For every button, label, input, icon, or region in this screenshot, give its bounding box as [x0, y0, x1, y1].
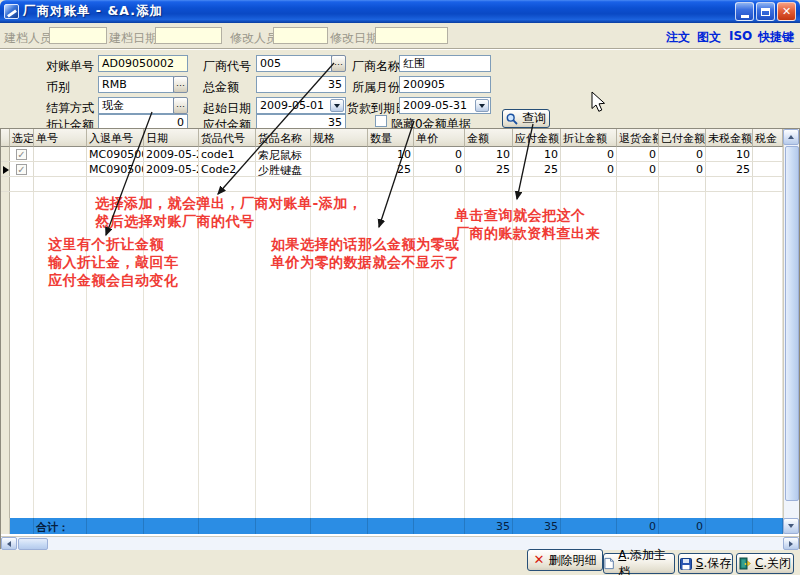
- totals-indicator-cell: [1, 518, 10, 534]
- vertical-scroll-thumb[interactable]: [785, 146, 799, 501]
- vendor-name-field[interactable]: 红围: [399, 55, 491, 72]
- grid-column-line: [198, 192, 199, 518]
- column-header-7[interactable]: 数量: [368, 129, 414, 147]
- annotation-line: 应付金额会自动变化: [48, 271, 179, 289]
- modified-by-field[interactable]: [273, 27, 328, 44]
- table-cell: [659, 177, 706, 191]
- totals-cell: [561, 518, 617, 534]
- currency-field[interactable]: RMB: [98, 76, 174, 93]
- created-date-field[interactable]: [155, 27, 222, 44]
- minimize-icon: [741, 15, 749, 18]
- link-iso[interactable]: ISO: [729, 29, 752, 43]
- horizontal-scroll-thumb[interactable]: [18, 538, 48, 550]
- scroll-down-button[interactable]: [783, 518, 799, 534]
- table-cell: [706, 177, 753, 191]
- table-cell: MC09050003: [87, 162, 144, 176]
- column-header-0[interactable]: 选定: [10, 129, 34, 147]
- arrow-up-icon: [788, 135, 794, 139]
- column-header-14[interactable]: 未税金额: [706, 129, 753, 147]
- current-row-marker-icon: [3, 166, 9, 174]
- totals-cell: 0: [659, 518, 706, 534]
- vendor-code-browse-button[interactable]: …: [331, 55, 346, 72]
- select-cell[interactable]: ✓: [10, 147, 34, 161]
- horizontal-scrollbar[interactable]: [1, 536, 799, 550]
- save-button[interactable]: S.保存: [678, 553, 733, 574]
- row-checkbox[interactable]: ✓: [16, 149, 27, 160]
- column-header-15[interactable]: 税金: [753, 129, 783, 147]
- column-header-3[interactable]: 日期: [144, 129, 199, 147]
- vendor-name-label: 厂商名称: [352, 58, 400, 75]
- table-cell: 0: [659, 162, 706, 176]
- delete-detail-button[interactable]: ✕ 删除明细: [527, 549, 603, 571]
- settlement-label: 结算方式: [46, 100, 94, 117]
- start-date-value: 2009-05-01: [260, 99, 324, 112]
- start-date-dropdown-button[interactable]: [330, 99, 344, 112]
- select-cell[interactable]: ✓: [10, 162, 34, 176]
- table-cell: [561, 177, 617, 191]
- close-button[interactable]: ✕: [777, 2, 796, 21]
- mouse-cursor: [592, 92, 605, 111]
- divider: [0, 48, 800, 50]
- table-row[interactable]: [1, 177, 783, 192]
- table-cell: MC09050003: [87, 147, 144, 161]
- query-button[interactable]: 查询: [502, 109, 550, 128]
- column-header-1[interactable]: 单号: [34, 129, 87, 147]
- select-cell[interactable]: [10, 177, 34, 191]
- restore-button[interactable]: [756, 2, 775, 21]
- table-cell: [414, 177, 465, 191]
- column-header-6[interactable]: 规格: [311, 129, 368, 147]
- table-cell: 0: [414, 147, 465, 161]
- column-header-12[interactable]: 退货金额: [617, 129, 659, 147]
- doc-no-field[interactable]: AD09050002: [98, 55, 188, 72]
- close-icon: ✕: [782, 5, 791, 18]
- totals-cell: [87, 518, 144, 534]
- minimize-button[interactable]: [735, 2, 754, 21]
- column-header-9[interactable]: 金额: [465, 129, 513, 147]
- table-cell: 25: [465, 162, 513, 176]
- vendor-code-field[interactable]: 005: [256, 55, 332, 72]
- column-header-2[interactable]: 入退单号: [87, 129, 144, 147]
- link-shortcut[interactable]: 快捷键: [758, 29, 794, 46]
- totals-cell: [414, 518, 465, 534]
- annotation-line: 这里有个折让金额: [48, 235, 179, 253]
- table-cell: [311, 162, 368, 176]
- row-checkbox[interactable]: ✓: [16, 164, 27, 175]
- table-cell: 0: [561, 147, 617, 161]
- annotation-hide-zero: 如果选择的话那么金额为零或 单价为零的数据就会不显示了: [271, 235, 460, 271]
- close-window-button[interactable]: C.关闭: [736, 553, 794, 574]
- vertical-scrollbar[interactable]: [783, 129, 799, 534]
- start-date-combobox[interactable]: 2009-05-01: [256, 97, 346, 114]
- month-field[interactable]: 200905: [399, 76, 491, 93]
- column-header-13[interactable]: 已付金额: [659, 129, 706, 147]
- month-label: 所属月份: [352, 79, 400, 96]
- column-header-10[interactable]: 应付金额: [513, 129, 561, 147]
- link-zhuwen[interactable]: 注文: [666, 29, 690, 46]
- scroll-up-button[interactable]: [783, 129, 799, 145]
- table-row[interactable]: ✓MC090500032009-05-25code1索尼鼠标1001010000…: [1, 147, 783, 162]
- scroll-right-button[interactable]: [783, 537, 799, 550]
- link-tuwen[interactable]: 图文: [697, 29, 721, 46]
- total-amount-label: 总金额: [203, 79, 239, 96]
- table-row[interactable]: ✓MC090500032009-05-25Code2少胜键盘2502525000…: [1, 162, 783, 177]
- totals-cell: [199, 518, 256, 534]
- table-cell: Code2: [199, 162, 256, 176]
- due-date-combobox[interactable]: 2009-05-31: [399, 97, 491, 114]
- column-header-4[interactable]: 货品代号: [199, 129, 256, 147]
- window-icon: [4, 4, 19, 19]
- settlement-field[interactable]: 现金: [98, 97, 174, 114]
- due-date-dropdown-button[interactable]: [475, 99, 489, 112]
- currency-browse-button[interactable]: …: [173, 76, 188, 93]
- created-by-field[interactable]: [49, 27, 107, 44]
- modified-date-field[interactable]: [375, 27, 448, 44]
- annotation-line: 输入折让金，敲回车: [48, 253, 179, 271]
- add-master-button[interactable]: A.添加主档: [603, 553, 675, 574]
- column-header-11[interactable]: 折让金额: [561, 129, 617, 147]
- scroll-left-button[interactable]: [1, 537, 17, 550]
- settlement-browse-button[interactable]: …: [173, 97, 188, 114]
- total-amount-field[interactable]: 35: [256, 76, 346, 93]
- column-header-8[interactable]: 单价: [414, 129, 465, 147]
- annotation-line: 单价为零的数据就会不显示了: [271, 253, 460, 271]
- table-cell: [753, 147, 783, 161]
- hide-zero-checkbox[interactable]: [375, 115, 387, 127]
- column-header-5[interactable]: 货品名称: [256, 129, 311, 147]
